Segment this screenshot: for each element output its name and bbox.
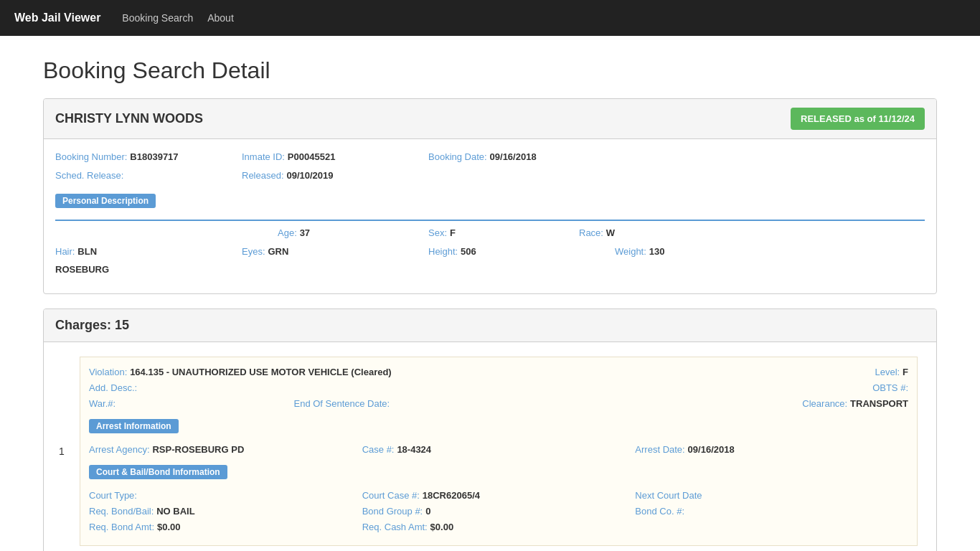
req-bond-value: NO BAIL <box>156 506 194 517</box>
violation-value: 164.135 - UNAUTHORIZED USE MOTOR VEHICLE… <box>130 367 392 377</box>
arrest-date-value: 09/16/2018 <box>688 444 735 455</box>
city-value: ROSEBURG <box>55 264 109 275</box>
city-row: ROSEBURG <box>55 264 925 275</box>
violation-label: Violation: <box>89 367 127 377</box>
clearance-field: Clearance: TRANSPORT <box>704 397 909 409</box>
inmate-card-header: CHRISTY LYNN WOODS RELEASED as of 11/12/… <box>44 99 936 139</box>
court-case-field: Court Case #: 18CR62065/4 <box>362 489 636 501</box>
req-cash-amt-value: $0.00 <box>430 522 454 532</box>
main-content: Booking Search Detail CHRISTY LYNN WOODS… <box>0 36 980 551</box>
add-desc-label: Add. Desc.: <box>89 382 137 393</box>
war-label: War.#: <box>89 398 116 409</box>
inmate-id-field: Inmate ID: P00045521 <box>242 151 385 162</box>
add-desc-row: Add. Desc.: OBTS #: <box>89 382 908 393</box>
req-bond-amt-label: Req. Bond Amt: <box>89 522 154 532</box>
charge-item-1: 1 Violation: 164.135 - UNAUTHORIZED USE … <box>80 357 918 546</box>
add-desc-field: Add. Desc.: <box>89 382 704 393</box>
req-bond-amt-field: Req. Bond Amt: $0.00 <box>89 521 362 532</box>
clearance-label: Clearance: <box>802 398 847 409</box>
arrest-date-label: Arrest Date: <box>635 444 684 455</box>
eyes-label: Eyes: <box>242 246 265 257</box>
sex-field: Sex: F <box>428 227 536 238</box>
obts-label: OBTS #: <box>872 382 908 393</box>
sched-release-label: Sched. Release: <box>55 170 123 181</box>
bond-row: Req. Bond/Bail: NO BAIL Bond Group #: 0 … <box>89 505 908 517</box>
booking-date-label: Booking Date: <box>428 151 487 162</box>
court-type-field: Court Type: <box>89 489 362 501</box>
height-field: Height: 506 <box>428 245 572 257</box>
next-court-field: Next Court Date <box>635 489 908 501</box>
charge-container-1: 1 Violation: 164.135 - UNAUTHORIZED USE … <box>44 342 936 551</box>
violation-row: Violation: 164.135 - UNAUTHORIZED USE MO… <box>89 366 908 377</box>
court-case-label: Court Case #: <box>362 490 420 501</box>
released-badge: RELEASED as of 11/12/24 <box>791 108 925 130</box>
personal-desc-badge: Personal Description <box>55 194 156 208</box>
booking-date-field: Booking Date: 09/16/2018 <box>428 151 572 162</box>
req-cash-amt-label: Req. Cash Amt: <box>362 522 428 532</box>
race-label: Race: <box>579 227 603 238</box>
nav-about[interactable]: About <box>207 12 234 24</box>
physical-row-2: Hair: BLN Eyes: GRN Height: 506 Weight: … <box>55 245 925 257</box>
arrest-agency-value: RSP-ROSEBURG PD <box>152 444 244 455</box>
eos-label: End Of Sentence Date: <box>294 398 390 409</box>
arrest-info-badge: Arrest Information <box>89 419 179 433</box>
bond-group-field: Bond Group #: 0 <box>362 505 636 517</box>
inmate-id-value: P00045521 <box>288 151 336 162</box>
sex-value: F <box>450 227 456 238</box>
charges-card: Charges: 15 1 Violation: 164.135 - UNAUT… <box>43 309 937 551</box>
booking-date-value: 09/16/2018 <box>490 151 537 162</box>
inmate-card: CHRISTY LYNN WOODS RELEASED as of 11/12/… <box>43 98 937 294</box>
clearance-value: TRANSPORT <box>850 398 908 409</box>
race-field: Race: W <box>579 227 722 238</box>
bail-section: Court & Bail/Bond Information <box>89 459 908 485</box>
charges-header: Charges: 15 <box>44 309 936 342</box>
bond-amt-row: Req. Bond Amt: $0.00 Req. Cash Amt: $0.0… <box>89 521 908 532</box>
bond-co-label: Bond Co. #: <box>635 506 684 517</box>
released-label: Released: <box>242 170 284 181</box>
war-row: War.#: End Of Sentence Date: Clearance: … <box>89 397 908 409</box>
age-value: 37 <box>300 227 310 238</box>
weight-field: Weight: 130 <box>615 245 758 257</box>
req-bond-field: Req. Bond/Bail: NO BAIL <box>89 505 362 517</box>
hair-value: BLN <box>77 246 97 257</box>
arrest-agency-row: Arrest Agency: RSP-ROSEBURG PD Case #: 1… <box>89 443 908 455</box>
level-value: F <box>903 367 908 377</box>
case-value: 18-4324 <box>397 444 431 455</box>
released-value: 09/10/2019 <box>286 170 333 181</box>
eos-field: End Of Sentence Date: <box>294 397 704 409</box>
height-label: Height: <box>428 246 458 257</box>
eyes-value: GRN <box>268 246 288 257</box>
court-type-label: Court Type: <box>89 490 137 501</box>
booking-number-value: B18039717 <box>130 151 178 162</box>
height-value: 506 <box>461 246 476 257</box>
inmate-card-body: Booking Number: B18039717 Inmate ID: P00… <box>44 139 936 293</box>
bail-badge: Court & Bail/Bond Information <box>89 465 227 479</box>
page-title: Booking Search Detail <box>43 57 937 84</box>
charge-number-1: 1 <box>59 446 65 457</box>
inmate-name: CHRISTY LYNN WOODS <box>55 111 203 126</box>
req-bond-label: Req. Bond/Bail: <box>89 506 154 517</box>
personal-desc-divider <box>55 220 925 221</box>
released-field: Released: 09/10/2019 <box>242 169 385 181</box>
hair-label: Hair: <box>55 246 75 257</box>
arrest-agency-label: Arrest Agency: <box>89 444 150 455</box>
age-field <box>55 227 235 238</box>
hair-field: Hair: BLN <box>55 245 199 257</box>
level-field: Level: F <box>704 366 909 377</box>
case-field: Case #: 18-4324 <box>362 443 636 455</box>
eyes-field: Eyes: GRN <box>242 245 385 257</box>
nav-booking-search[interactable]: Booking Search <box>122 12 193 24</box>
next-court-label: Next Court Date <box>635 490 702 501</box>
arrest-info-section: Arrest Information <box>89 413 908 439</box>
booking-number-field: Booking Number: B18039717 <box>55 151 199 162</box>
bond-group-value: 0 <box>425 506 430 517</box>
race-value: W <box>606 227 615 238</box>
bond-group-label: Bond Group #: <box>362 506 423 517</box>
case-label: Case #: <box>362 444 395 455</box>
req-bond-amt-value: $0.00 <box>157 522 181 532</box>
booking-info-row: Booking Number: B18039717 Inmate ID: P00… <box>55 151 925 162</box>
court-case-value: 18CR62065/4 <box>423 490 480 501</box>
app-brand: Web Jail Viewer <box>14 11 100 24</box>
navbar: Web Jail Viewer Booking Search About <box>0 0 980 36</box>
inmate-id-label: Inmate ID: <box>242 151 285 162</box>
